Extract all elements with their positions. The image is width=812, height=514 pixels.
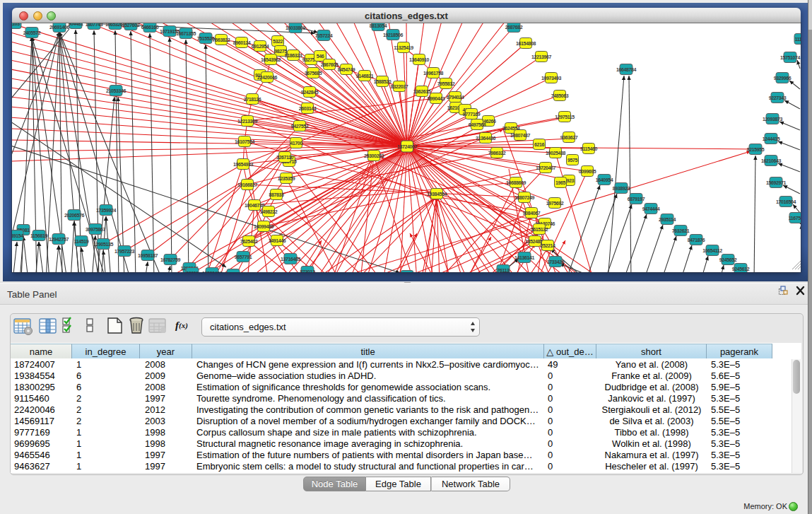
svg-text:9329966: 9329966	[774, 76, 792, 81]
svg-text:8454749: 8454749	[338, 67, 355, 72]
svg-text:10961758: 10961758	[423, 71, 443, 76]
svg-text:8471876: 8471876	[688, 238, 705, 243]
svg-text:16543962: 16543962	[261, 57, 281, 62]
svg-text:19384554: 19384554	[427, 192, 447, 197]
svg-text:16154808: 16154808	[516, 41, 536, 46]
svg-text:8813054: 8813054	[370, 23, 387, 28]
svg-text:1491446: 1491446	[269, 238, 286, 243]
svg-text:13640910: 13640910	[409, 57, 429, 62]
svg-text:17359924: 17359924	[96, 208, 116, 213]
svg-text:3267110: 3267110	[276, 155, 294, 160]
svg-text:18807249: 18807249	[514, 195, 534, 200]
svg-text:18724007: 18724007	[397, 144, 417, 149]
svg-text:8938923: 8938923	[613, 186, 630, 191]
svg-text:12975115: 12975115	[555, 115, 575, 119]
svg-text:7485063: 7485063	[551, 93, 569, 98]
svg-text:114519: 114519	[74, 239, 89, 244]
svg-text:16107554: 16107554	[235, 139, 254, 144]
svg-text:9115460: 9115460	[580, 146, 598, 151]
svg-text:21364436: 21364436	[476, 136, 495, 141]
svg-text:41700: 41700	[290, 141, 302, 146]
svg-text:9777169: 9777169	[463, 112, 481, 117]
svg-text:10807487: 10807487	[510, 133, 530, 138]
svg-text:116753: 116753	[789, 216, 801, 221]
svg-text:7663822: 7663822	[213, 37, 230, 42]
svg-text:25300283: 25300283	[364, 153, 384, 158]
svg-text:20206576: 20206576	[64, 213, 84, 218]
svg-text:21053346: 21053346	[106, 88, 126, 93]
svg-text:16210643: 16210643	[761, 158, 781, 163]
svg-text:17957223: 17957223	[114, 249, 134, 254]
svg-text:11124: 11124	[795, 37, 801, 42]
svg-text:16671355: 16671355	[176, 31, 196, 36]
svg-text:9245612: 9245612	[732, 267, 750, 271]
svg-text:10973493: 10973493	[541, 76, 561, 81]
svg-text:39154: 39154	[12, 233, 23, 238]
svg-text:15720407: 15720407	[536, 165, 555, 170]
svg-text:252214: 252214	[541, 243, 555, 248]
svg-text:2603144: 2603144	[299, 106, 317, 111]
svg-text:9245652: 9245652	[719, 257, 737, 262]
svg-text:2867608: 2867608	[321, 62, 339, 67]
svg-text:1975692: 1975692	[546, 201, 564, 206]
svg-text:1588520: 1588520	[374, 79, 392, 84]
svg-text:12905135: 12905135	[93, 242, 113, 247]
svg-text:2935114: 2935114	[659, 217, 676, 222]
svg-text:7357224: 7357224	[315, 33, 333, 38]
svg-text:6216: 6216	[534, 142, 544, 147]
svg-text:8186323: 8186323	[285, 53, 302, 58]
svg-text:16782759: 16782759	[160, 257, 180, 262]
svg-text:14099489: 14099489	[254, 224, 273, 229]
svg-text:7986322: 7986322	[488, 151, 506, 156]
svg-text:2687682: 2687682	[505, 25, 523, 30]
svg-text:1733426: 1733426	[547, 259, 565, 264]
svg-text:13716485: 13716485	[281, 257, 300, 262]
svg-text:22420046: 22420046	[257, 75, 277, 80]
svg-text:6466160: 6466160	[141, 25, 159, 30]
svg-text:10654112: 10654112	[702, 248, 722, 253]
svg-text:19218506: 19218506	[383, 33, 403, 37]
svg-text:12093873: 12093873	[763, 117, 782, 122]
svg-text:12213369: 12213369	[237, 119, 257, 124]
svg-text:30975867: 30975867	[86, 227, 105, 232]
svg-text:15692971: 15692971	[766, 180, 786, 185]
svg-text:873012: 873012	[300, 269, 315, 273]
svg-text:10958187: 10958187	[138, 253, 158, 258]
svg-text:6912954: 6912954	[252, 44, 269, 49]
svg-text:6879197: 6879197	[628, 197, 645, 201]
svg-text:11325419: 11325419	[394, 45, 413, 50]
svg-text:76113: 76113	[497, 268, 510, 273]
svg-text:19654933: 19654933	[233, 162, 253, 167]
svg-text:7955812: 7955812	[437, 81, 455, 86]
svg-text:546: 546	[317, 54, 324, 59]
svg-text:1362615: 1362615	[413, 89, 431, 94]
svg-text:1244415: 1244415	[763, 136, 780, 141]
svg-text:2718126: 2718126	[244, 97, 261, 102]
svg-text:8215955: 8215955	[747, 147, 765, 152]
svg-text:9084067: 9084067	[523, 211, 541, 216]
svg-text:1965: 1965	[555, 180, 565, 185]
svg-text:9575: 9575	[567, 158, 577, 163]
svg-text:1498222: 1498222	[260, 209, 278, 214]
svg-text:12213967: 12213967	[531, 54, 551, 59]
svg-text:(x): (x)	[179, 321, 188, 330]
svg-text:8990443: 8990443	[428, 96, 445, 101]
svg-text:1156819: 1156819	[30, 233, 48, 238]
svg-text:12942757: 12942757	[49, 237, 69, 242]
svg-text:19823466: 19823466	[202, 271, 222, 273]
svg-text:7632621: 7632621	[672, 228, 690, 233]
svg-text:10025438: 10025438	[546, 151, 565, 156]
svg-text:66201: 66201	[186, 271, 199, 273]
svg-text:8960124: 8960124	[233, 40, 251, 45]
svg-text:15751074: 15751074	[780, 55, 800, 60]
svg-text:6497568: 6497568	[469, 122, 486, 127]
svg-text:9657791: 9657791	[235, 255, 252, 259]
svg-text:9227343: 9227343	[769, 95, 787, 100]
svg-text:8322037: 8322037	[391, 84, 408, 89]
svg-text:16648784: 16648784	[616, 67, 636, 72]
svg-text:9363627: 9363627	[560, 135, 578, 140]
svg-text:3675685: 3675685	[305, 71, 322, 76]
svg-text:1640954: 1640954	[596, 177, 613, 182]
svg-text:16033809: 16033809	[286, 25, 305, 30]
svg-text:20691406: 20691406	[49, 25, 69, 30]
